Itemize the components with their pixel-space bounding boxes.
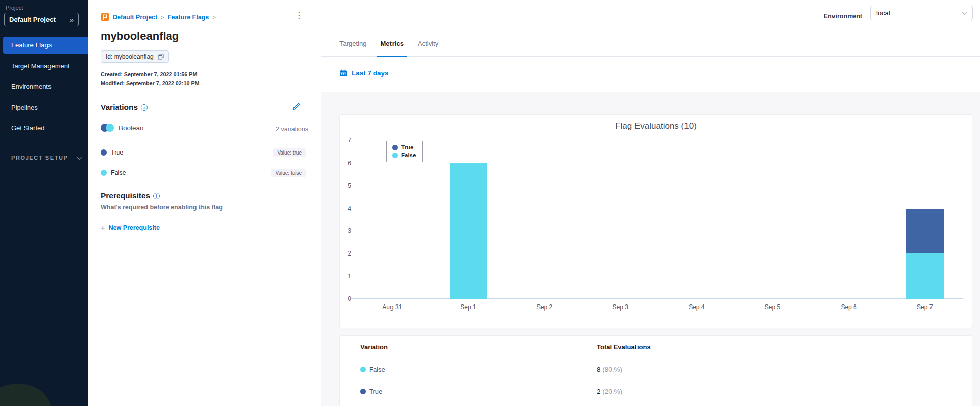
x-axis-label: Sep 3 xyxy=(590,303,651,311)
prerequisites-description: What's required before enabling this fla… xyxy=(101,204,223,211)
variation-type-label: Boolean xyxy=(119,124,144,132)
breadcrumb-separator-icon: > xyxy=(212,14,216,20)
variation-color-dot xyxy=(101,149,107,156)
variation-value-chip: Value: true xyxy=(273,148,306,157)
table-header-row: Variation Total Evaluations xyxy=(340,336,972,358)
breadcrumb: Default Project > Feature Flags > xyxy=(101,13,216,21)
y-tick-label: 1 xyxy=(340,273,351,280)
chart-plot-area xyxy=(354,140,963,299)
flag-title: mybooleanflag xyxy=(101,30,179,43)
total-evaluations-value: 8 (80.%) xyxy=(597,366,622,373)
sidebar-item-target-management[interactable]: Target Management xyxy=(0,58,88,74)
help-widget-blob[interactable] xyxy=(0,384,51,406)
flag-created-date: Created: September 7, 2022 01:56 PM xyxy=(101,71,197,77)
bar-segment-false-sep-1 xyxy=(450,163,487,299)
metrics-content: Flag Evaluations (10) TrueFalse 01234567… xyxy=(321,92,980,406)
flag-options-menu-button[interactable]: ⋮ xyxy=(291,9,306,22)
table-row-false: False8 (80.%) xyxy=(340,358,972,380)
copy-icon xyxy=(158,54,164,60)
evaluation-percent: (20.%) xyxy=(601,388,623,395)
sidebar: Project Default Project » Feature FlagsT… xyxy=(0,0,88,406)
variations-heading: Variationsi xyxy=(101,103,148,112)
flag-id-chip: Id: mybooleanflag xyxy=(101,50,169,63)
y-tick-label: 6 xyxy=(340,160,351,167)
prerequisites-heading: Prerequisitesi xyxy=(101,191,160,200)
app-root: Project Default Project » Feature FlagsT… xyxy=(0,0,980,406)
tab-activity[interactable]: Activity xyxy=(418,31,438,57)
sidebar-item-pipelines[interactable]: Pipelines xyxy=(0,99,88,116)
variation-name: False xyxy=(369,366,385,373)
bar-segment-false-sep-7 xyxy=(906,253,944,299)
plus-icon: + xyxy=(101,224,105,232)
breadcrumb-link-project[interactable]: Default Project xyxy=(113,14,157,21)
sidebar-item-feature-flags[interactable]: Feature Flags xyxy=(3,37,88,54)
x-axis-label: Aug 31 xyxy=(362,303,422,311)
x-axis-line xyxy=(351,298,963,299)
chevron-down-icon xyxy=(77,155,82,160)
tab-list: TargetingMetricsActivity xyxy=(339,31,438,57)
sidebar-nav: Feature FlagsTarget ManagementEnvironmen… xyxy=(0,37,88,140)
environment-select-value: local xyxy=(876,9,890,17)
project-setup-label: PROJECT SETUP xyxy=(11,155,68,161)
variation-color-dot xyxy=(101,170,107,176)
project-label: Project xyxy=(6,5,23,11)
chart-title: Flag Evaluations (10) xyxy=(340,121,972,131)
sidebar-section-project-setup[interactable]: PROJECT SETUP xyxy=(11,155,82,161)
x-axis-label: Sep 7 xyxy=(895,303,955,311)
project-selector-value: Default Project xyxy=(9,16,56,23)
x-axis-label: Sep 5 xyxy=(742,303,803,311)
sidebar-item-get-started[interactable]: Get Started xyxy=(0,120,88,136)
y-tick-label: 2 xyxy=(340,250,351,257)
y-tick-label: 5 xyxy=(340,182,351,189)
feature-flags-module-icon xyxy=(101,13,109,21)
pencil-icon xyxy=(292,102,301,111)
variations-divider xyxy=(101,137,308,137)
breadcrumb-separator-icon: > xyxy=(161,14,164,20)
tabs-bar: TargetingMetricsActivity xyxy=(321,31,980,57)
column-header-variation: Variation xyxy=(360,343,388,351)
boolean-type-icon xyxy=(101,124,114,132)
sidebar-divider xyxy=(11,145,75,145)
flag-id-text: Id: mybooleanflag xyxy=(106,53,154,60)
evaluations-chart-card: Flag Evaluations (10) TrueFalse 01234567… xyxy=(339,114,972,328)
evaluation-count: 2 xyxy=(597,388,601,395)
project-selector[interactable]: Default Project » xyxy=(4,13,79,26)
variation-name: True xyxy=(369,388,382,395)
info-icon: i xyxy=(141,104,148,111)
y-tick-label: 7 xyxy=(340,137,351,144)
breadcrumb-link-feature-flags[interactable]: Feature Flags xyxy=(168,14,209,21)
x-axis-label: Sep 2 xyxy=(514,303,575,311)
new-prerequisite-button[interactable]: + New Prerequisite xyxy=(101,224,160,232)
evaluations-table-card: Variation Total Evaluations False8 (80.%… xyxy=(339,335,972,406)
variation-name: False xyxy=(111,169,126,176)
variation-value-chip: Value: false xyxy=(271,169,306,177)
evaluation-count: 8 xyxy=(597,366,601,373)
variation-name: True xyxy=(111,149,123,156)
x-axis-label: Sep 4 xyxy=(666,303,727,311)
info-icon: i xyxy=(153,193,160,199)
evaluation-percent: (80.%) xyxy=(601,366,623,373)
sidebar-item-environments[interactable]: Environments xyxy=(0,78,88,95)
calendar-icon xyxy=(339,69,347,77)
environment-header: Environment local xyxy=(321,0,980,31)
copy-id-button[interactable] xyxy=(158,54,164,60)
date-filter-bar: Last 7 days xyxy=(321,57,980,92)
variation-color-dot xyxy=(360,367,366,372)
total-evaluations-value: 2 (20.%) xyxy=(597,388,622,395)
tab-metrics[interactable]: Metrics xyxy=(380,31,404,57)
environment-select[interactable]: local xyxy=(870,6,973,20)
variation-type-row: Boolean xyxy=(101,124,144,132)
flag-detail-panel: Default Project > Feature Flags > ⋮ mybo… xyxy=(88,0,321,406)
double-chevron-icon: » xyxy=(70,15,74,24)
tab-targeting[interactable]: Targeting xyxy=(339,31,366,57)
chevron-down-icon xyxy=(962,10,967,15)
edit-variations-button[interactable] xyxy=(291,101,302,113)
x-axis-label: Sep 1 xyxy=(438,303,499,311)
y-tick-label: 4 xyxy=(340,205,351,212)
y-tick-label: 3 xyxy=(340,227,351,234)
variation-color-dot xyxy=(360,389,366,394)
bar-segment-true-sep-7 xyxy=(906,209,944,254)
environment-label: Environment xyxy=(824,13,862,20)
date-range-button[interactable]: Last 7 days xyxy=(339,69,389,77)
column-header-total-evaluations: Total Evaluations xyxy=(597,343,651,351)
